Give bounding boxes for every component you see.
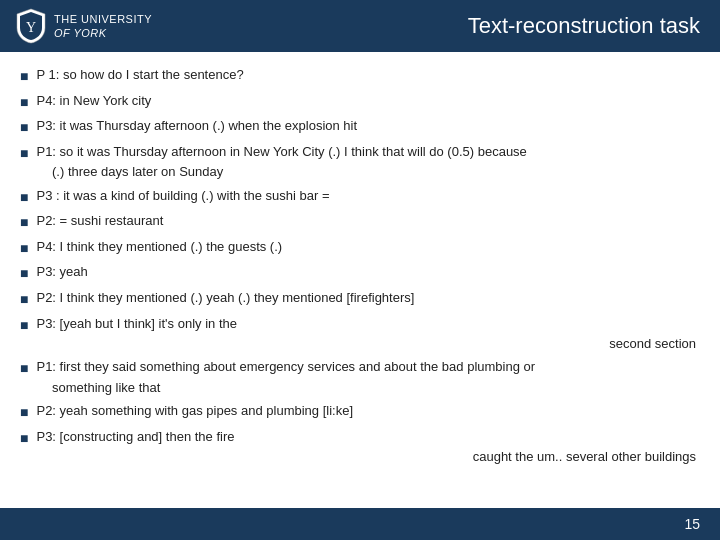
list-item-text: P3 : it was a kind of building (.) with …	[36, 187, 700, 205]
bullet-icon: ■	[20, 188, 28, 208]
university-shield-icon: Y	[16, 8, 46, 44]
list-item: ■ P3: [constructing and] then the fire c…	[20, 428, 700, 467]
list-item-text: P4: I think they mentioned (.) the guest…	[36, 238, 700, 256]
bullet-icon: ■	[20, 239, 28, 259]
footer: 15	[0, 508, 720, 540]
list-item: ■ P3: yeah	[20, 263, 700, 284]
list-item-text: P3: it was Thursday afternoon (.) when t…	[36, 117, 700, 135]
bullet-icon: ■	[20, 429, 28, 449]
bullet-icon: ■	[20, 403, 28, 423]
list-item: ■ P3 : it was a kind of building (.) wit…	[20, 187, 700, 208]
list-item-text: P2: = sushi restaurant	[36, 212, 700, 230]
list-item-text: P1: first they said something about emer…	[36, 358, 535, 376]
list-item-text: P3: [yeah but I think] it's only in the	[36, 315, 236, 333]
list-item: ■ P3: [yeah but I think] it's only in th…	[20, 315, 700, 354]
bullet-icon: ■	[20, 144, 28, 164]
bullet-list: ■ P 1: so how do I start the sentence? ■…	[20, 66, 700, 466]
bullet-icon: ■	[20, 118, 28, 138]
list-item-text: P4: in New York city	[36, 92, 700, 110]
list-item-text: P3: [constructing and] then the fire	[36, 428, 234, 446]
page-title: Text-reconstruction task	[468, 13, 700, 39]
bullet-icon: ■	[20, 359, 28, 379]
list-item-text: P2: yeah something with gas pipes and pl…	[36, 402, 700, 420]
list-item: ■ P 1: so how do I start the sentence?	[20, 66, 700, 87]
bullet-icon: ■	[20, 93, 28, 113]
list-item: ■ P2: I think they mentioned (.) yeah (.…	[20, 289, 700, 310]
list-item-text: P1: so it was Thursday afternoon in New …	[36, 143, 526, 161]
list-item-continuation: second section	[20, 335, 700, 353]
main-content: ■ P 1: so how do I start the sentence? ■…	[0, 52, 720, 508]
list-item-continuation: something like that	[52, 379, 160, 397]
list-item: ■ P2: = sushi restaurant	[20, 212, 700, 233]
bullet-icon: ■	[20, 290, 28, 310]
bullet-icon: ■	[20, 316, 28, 336]
list-item: ■ P1: first they said something about em…	[20, 358, 700, 397]
list-item-text: P2: I think they mentioned (.) yeah (.) …	[36, 289, 700, 307]
list-item-continuation: (.) three days later on Sunday	[52, 163, 223, 181]
list-item-continuation: caught the um.. several other buildings	[20, 448, 700, 466]
university-name: THE UNIVERSITY of York	[54, 12, 152, 41]
page-number: 15	[684, 516, 700, 532]
list-item-text: P 1: so how do I start the sentence?	[36, 66, 700, 84]
list-item: ■ P4: in New York city	[20, 92, 700, 113]
logo-area: Y THE UNIVERSITY of York	[16, 8, 152, 44]
svg-text:Y: Y	[26, 20, 36, 35]
bullet-icon: ■	[20, 213, 28, 233]
list-item: ■ P4: I think they mentioned (.) the gue…	[20, 238, 700, 259]
list-item-text: P3: yeah	[36, 263, 700, 281]
list-item: ■ P1: so it was Thursday afternoon in Ne…	[20, 143, 700, 182]
list-item: ■ P3: it was Thursday afternoon (.) when…	[20, 117, 700, 138]
bullet-icon: ■	[20, 67, 28, 87]
header: Y THE UNIVERSITY of York Text-reconstruc…	[0, 0, 720, 52]
list-item: ■ P2: yeah something with gas pipes and …	[20, 402, 700, 423]
bullet-icon: ■	[20, 264, 28, 284]
